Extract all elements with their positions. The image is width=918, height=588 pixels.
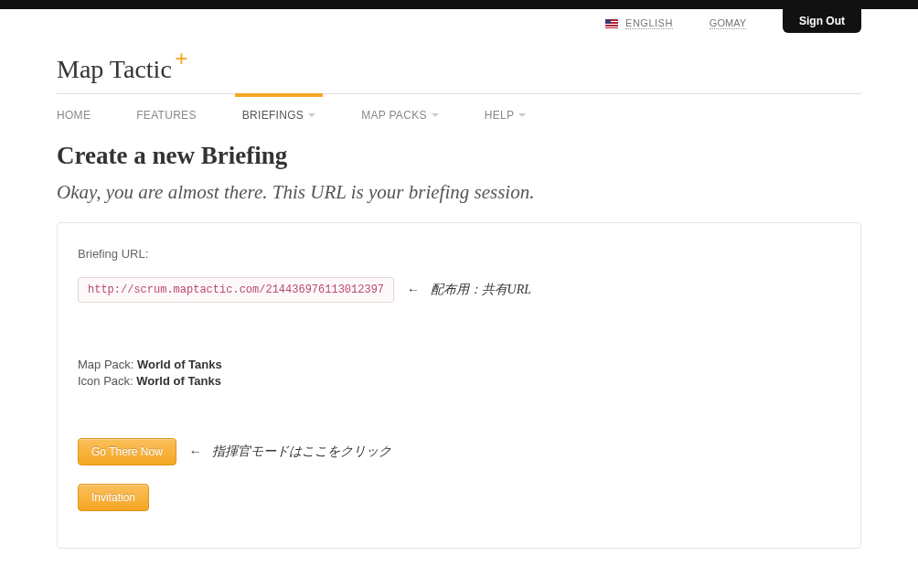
page-title: Create a new Briefing bbox=[57, 142, 861, 170]
nav-home[interactable]: HOME bbox=[57, 94, 91, 133]
go-annotation-text: 指揮官モードはここをクリック bbox=[212, 444, 391, 458]
us-flag-icon bbox=[605, 19, 618, 28]
icon-pack-line: Icon Pack: World of Tanks bbox=[78, 374, 840, 388]
language-selector[interactable]: ENGLISH bbox=[605, 17, 673, 28]
go-button-row: Go There Now ← 指揮官モードはここをクリック bbox=[78, 438, 840, 465]
arrow-left-icon: ← bbox=[407, 283, 420, 296]
invitation-button-row: Invitation bbox=[78, 484, 840, 511]
arrow-left-icon: ← bbox=[189, 444, 202, 458]
plus-icon: + bbox=[175, 46, 188, 73]
icon-pack-value: World of Tanks bbox=[136, 374, 221, 388]
briefing-card: Briefing URL: http://scrum.maptactic.com… bbox=[57, 222, 861, 549]
nav-briefings[interactable]: BRIEFINGS bbox=[242, 94, 315, 133]
chevron-down-icon bbox=[432, 113, 439, 117]
nav-mappacks[interactable]: MAP PACKS bbox=[361, 94, 439, 133]
briefing-url-box[interactable]: http://scrum.maptactic.com/2144369761130… bbox=[78, 277, 394, 303]
sign-out-button[interactable]: Sign Out bbox=[783, 9, 861, 33]
chevron-down-icon bbox=[308, 113, 315, 117]
language-link[interactable]: ENGLISH bbox=[625, 17, 673, 29]
nav-help[interactable]: HELP bbox=[485, 94, 527, 133]
nav-features[interactable]: FEATURES bbox=[136, 94, 197, 133]
url-annotation-text: 配布用：共有URL bbox=[431, 283, 531, 296]
invitation-button[interactable]: Invitation bbox=[78, 484, 149, 511]
brand-name: Map Tactic bbox=[57, 55, 172, 83]
main-nav: HOME FEATURES BRIEFINGS MAP PACKS HELP bbox=[57, 93, 861, 133]
go-there-now-button[interactable]: Go There Now bbox=[78, 438, 176, 465]
url-row: http://scrum.maptactic.com/2144369761130… bbox=[78, 277, 840, 303]
map-pack-label: Map Pack: bbox=[78, 358, 137, 371]
username-link[interactable]: GOMAY bbox=[710, 17, 746, 29]
map-pack-line: Map Pack: World of Tanks bbox=[78, 358, 840, 371]
chevron-down-icon bbox=[518, 113, 526, 117]
url-annotation: ← 配布用：共有URL bbox=[407, 282, 531, 298]
nav-mappacks-label: MAP PACKS bbox=[361, 109, 427, 122]
url-label: Briefing URL: bbox=[78, 247, 840, 261]
go-annotation: ← 指揮官モードはここをクリック bbox=[189, 444, 392, 460]
nav-briefings-label: BRIEFINGS bbox=[242, 109, 304, 122]
map-pack-value: World of Tanks bbox=[137, 358, 222, 371]
brand-logo[interactable]: Map Tactic + bbox=[57, 55, 172, 84]
top-black-bar bbox=[0, 0, 918, 9]
nav-help-label: HELP bbox=[485, 109, 515, 122]
page-subtitle: Okay, you are almost there. This URL is … bbox=[57, 181, 861, 204]
icon-pack-label: Icon Pack: bbox=[78, 374, 136, 388]
logo-area: Map Tactic + bbox=[57, 37, 861, 93]
top-bar: ENGLISH GOMAY Sign Out bbox=[57, 9, 861, 37]
